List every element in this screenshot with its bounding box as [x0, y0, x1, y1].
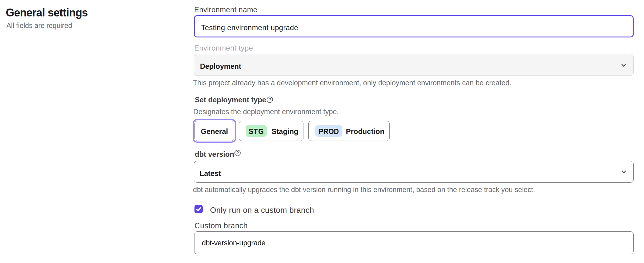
- svg-text:?: ?: [268, 97, 271, 102]
- svg-text:?: ?: [236, 150, 239, 155]
